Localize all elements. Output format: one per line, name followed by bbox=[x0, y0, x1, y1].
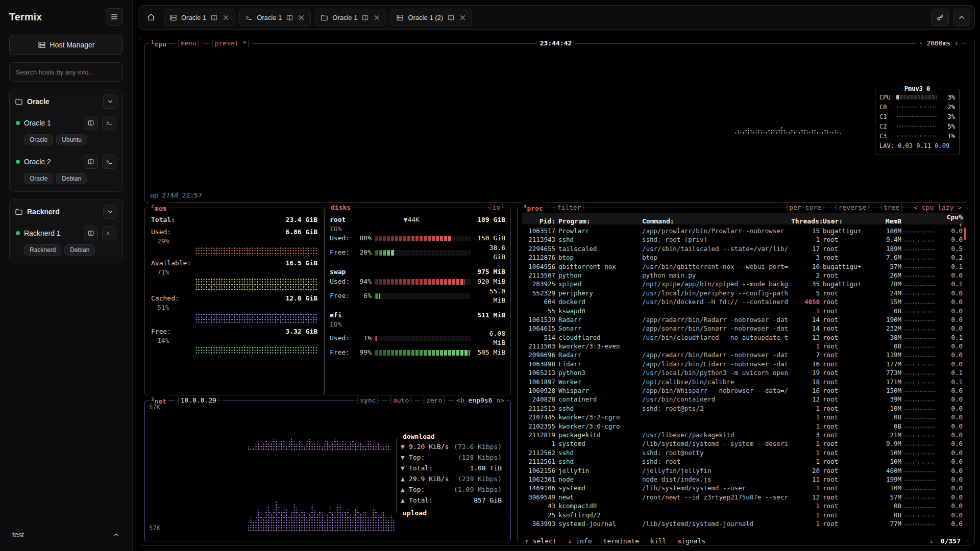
process-row[interactable]: 3969549newt/root/newt --id z3rtyep2175u8… bbox=[522, 493, 964, 502]
proc-scrollbar-thumb[interactable] bbox=[964, 228, 966, 240]
tab[interactable]: Oracle 1 bbox=[315, 9, 386, 26]
process-row[interactable]: 1060928Whisparr/app/bin/Whisparr --nobro… bbox=[522, 386, 964, 395]
search-input[interactable] bbox=[9, 62, 123, 82]
host-split-button[interactable] bbox=[84, 226, 98, 240]
folder-collapse-button[interactable] bbox=[103, 205, 117, 219]
terminal-icon bbox=[106, 119, 113, 127]
update-interval[interactable]: - 2000ms + bbox=[916, 39, 962, 48]
mem-stat: Available:16.5 GiB71% bbox=[151, 259, 317, 291]
host-terminal-button[interactable] bbox=[102, 155, 116, 169]
mem-graph bbox=[195, 278, 317, 291]
close-tab-button[interactable] bbox=[459, 14, 467, 21]
tab[interactable]: Oracle 1 bbox=[239, 9, 311, 26]
process-row[interactable]: 2294655tailscaled/usr/sbin/tailscaled --… bbox=[522, 244, 964, 253]
process-row[interactable]: 604dockerd/usr/bin/dockerd -H fd:// --co… bbox=[522, 297, 964, 306]
process-row[interactable]: 1061897Worker/opt/calibre/bin/calibre18r… bbox=[522, 378, 964, 386]
home-button[interactable] bbox=[142, 9, 160, 26]
close-tab-button[interactable] bbox=[298, 14, 305, 21]
process-row[interactable]: 2113567pythonpython main.py2root26M0.0 bbox=[522, 271, 964, 280]
process-row[interactable]: 552329periphery/usr/local/bin/periphery … bbox=[522, 289, 964, 297]
process-row[interactable]: 1063517Prowlarr/app/prowlarr/bin/Prowlar… bbox=[522, 227, 964, 235]
process-row[interactable]: 1061539Radarr/app/radarr/bin/Radarr -nob… bbox=[522, 315, 964, 324]
btop-option[interactable]: sync bbox=[354, 396, 382, 405]
proc-footer: ↑ select↓ infoterminatekillsignals ↓ 0/3… bbox=[523, 537, 963, 546]
btop-option[interactable]: preset * bbox=[209, 39, 253, 48]
btop-option[interactable]: auto bbox=[387, 396, 415, 405]
tab[interactable]: Oracle 1 (2) bbox=[390, 9, 472, 26]
proc-footer-action[interactable]: signals bbox=[675, 537, 707, 546]
process-row[interactable]: 1062156jellyfin/jellyfin/jellyfin20root4… bbox=[522, 466, 964, 475]
folder-header[interactable]: Oracle bbox=[15, 94, 117, 109]
process-row[interactable]: 1063898Lidarr/app/lidarr/bin/Lidarr -nob… bbox=[522, 360, 964, 368]
sidebar-menu-button[interactable] bbox=[106, 8, 123, 26]
proc-cpu-sort-selector[interactable]: < cpu lazy > bbox=[912, 203, 964, 212]
folder-header[interactable]: Racknerd bbox=[15, 205, 117, 219]
process-row[interactable]: 2112819packagekitd/usr/libexec/packageki… bbox=[522, 431, 964, 439]
tab-list: Oracle 1Oracle 1Oracle 1Oracle 1 (2) bbox=[164, 9, 472, 26]
proc-footer-action[interactable]: ↓ info bbox=[566, 537, 594, 546]
process-row[interactable]: 514cloudflared/usr/bin/cloudflared --no-… bbox=[522, 333, 964, 342]
proc-footer-action[interactable]: terminate bbox=[601, 537, 641, 546]
process-row[interactable]: 2112562sshdsshd: root@notty1root10M0.0 bbox=[522, 448, 964, 457]
admin-button[interactable] bbox=[932, 9, 949, 26]
process-row[interactable]: 2098696Radarr/app/radarr/bin/Radarr -nob… bbox=[522, 350, 964, 359]
profile-toggle[interactable]: test bbox=[9, 527, 123, 543]
host-item[interactable]: Oracle 2OracleDebian bbox=[15, 154, 117, 186]
server-icon bbox=[169, 14, 177, 21]
terminal-panel[interactable]: 1cpu menupreset * 23:44:42 - 2000ms + Pm… bbox=[138, 37, 975, 546]
folder-collapse-button[interactable] bbox=[103, 94, 117, 109]
process-row[interactable]: 1065213python3/usr/local/bin/python3 -m … bbox=[522, 368, 964, 377]
net-interface-selector[interactable]: <b enp0s6 n> bbox=[454, 396, 506, 405]
btop-option[interactable]: reverse bbox=[832, 203, 872, 212]
btop-option[interactable]: per-core bbox=[783, 203, 827, 212]
split-tab-button[interactable] bbox=[447, 14, 455, 21]
proc-footer-action[interactable]: kill bbox=[648, 537, 668, 546]
process-row[interactable]: 2107445kworker/3:2-cgro1root0B0.0 bbox=[522, 413, 964, 421]
proc-filter-button[interactable]: filter bbox=[551, 203, 587, 212]
host-split-button[interactable] bbox=[84, 116, 98, 130]
proc-footer-action[interactable]: ↑ select bbox=[523, 537, 559, 546]
disks-box: disks io root▼44K189 GiBIO%Used:80%150 G… bbox=[324, 208, 511, 395]
split-tab-button[interactable] bbox=[361, 14, 369, 21]
process-row[interactable]: 2112561sshdsshd: root1root10M0.0 bbox=[522, 457, 964, 466]
chevron-up-icon bbox=[958, 13, 966, 21]
split-icon bbox=[87, 119, 94, 127]
process-row[interactable]: 1064956qbittorrent-nox/usr/bin/qbittorre… bbox=[522, 262, 964, 271]
split-tab-button[interactable] bbox=[286, 14, 293, 21]
process-row[interactable]: 55kswapd01root0B0.0 bbox=[522, 307, 964, 315]
host-terminal-button[interactable] bbox=[102, 226, 116, 240]
col-mem: MemB bbox=[873, 217, 901, 225]
process-row[interactable]: 25ksoftirqd/21root0B0.0 bbox=[522, 511, 964, 519]
process-row[interactable]: 203925xpiped/opt/xpipe/app/bin/xpiped --… bbox=[522, 280, 964, 288]
collapse-tabbar-button[interactable] bbox=[953, 9, 970, 26]
process-row[interactable]: 43kcompactd01root0B0.0 bbox=[522, 502, 964, 510]
tab[interactable]: Oracle 1 bbox=[164, 9, 235, 26]
proc-header-row[interactable]: Pid: Program: Command: Threads: User: Me… bbox=[522, 213, 964, 224]
host-split-button[interactable] bbox=[84, 155, 98, 169]
close-tab-button[interactable] bbox=[373, 14, 381, 21]
process-row[interactable]: 2111503kworker/3:3-even1root0B0.0 bbox=[522, 342, 964, 350]
host-terminal-button[interactable] bbox=[102, 116, 116, 130]
process-row[interactable]: 2112513sshdsshd: root@pts/21root10M0.0 bbox=[522, 404, 964, 413]
btop-option[interactable]: tree bbox=[877, 203, 905, 212]
cpu-gauge-rows: CPU3%C02%C13%C25%C31% bbox=[879, 92, 955, 141]
process-row[interactable]: 1systemd/lib/systemd/systemd --system --… bbox=[522, 439, 964, 448]
host-manager-button[interactable]: Host Manager bbox=[9, 35, 123, 55]
split-tab-button[interactable] bbox=[210, 14, 218, 21]
process-row[interactable]: 2112876btopbtop3root7.6M0.2 bbox=[522, 253, 964, 262]
process-row[interactable]: 1064615Sonarr/app/sonarr/bin/Sonarr -nob… bbox=[522, 324, 964, 333]
process-row[interactable]: 240828containerd/usr/bin/containerd12roo… bbox=[522, 395, 964, 404]
process-row[interactable]: 1062301nodenode dist/index.js11root199M0… bbox=[522, 475, 964, 484]
host-item[interactable]: Racknerd 1RacknerdDebian bbox=[15, 225, 117, 258]
host-item[interactable]: Oracle 1OracleUbuntu bbox=[15, 115, 117, 147]
disks-io-toggle[interactable]: io bbox=[486, 203, 506, 212]
btop-option[interactable]: zero bbox=[420, 396, 448, 405]
process-row[interactable]: 1469106systemd/lib/systemd/systemd --use… bbox=[522, 484, 964, 492]
close-tab-button[interactable] bbox=[222, 14, 230, 21]
process-row[interactable]: 2102355kworker/3:0-cgro1root0B0.0 bbox=[522, 422, 964, 431]
net-stats-rows: ▼9.20 KiB/s(73.6 Kibps)▼Top:(128 Kibps)▼… bbox=[401, 441, 502, 506]
btop-option[interactable]: menu bbox=[175, 39, 203, 48]
scroll-down-icon[interactable]: ↓ bbox=[927, 537, 936, 546]
process-row[interactable]: 2113943sshdsshd: root [priv]1root9.4M0.0 bbox=[522, 235, 964, 244]
process-row[interactable]: 363993systemd-journal/lib/systemd/system… bbox=[522, 519, 964, 528]
